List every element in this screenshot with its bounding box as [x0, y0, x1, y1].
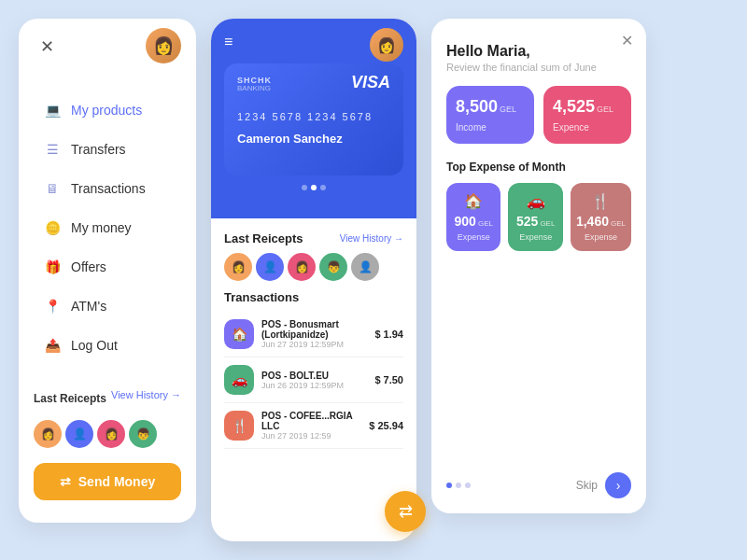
- transaction-amount: $ 1.94: [374, 329, 403, 340]
- pagination-dot[interactable]: [465, 483, 471, 488]
- visa-card: SHCHK BANKING VISA 1234 5678 1234 5678 C…: [224, 63, 403, 175]
- card-dot[interactable]: [302, 185, 307, 190]
- expense-card-home: 🏠 900 GEL Expense: [446, 183, 500, 251]
- income-card: 8,500 GEL Income: [446, 86, 534, 144]
- sidebar-item-atms[interactable]: 📍 ATM's: [34, 289, 181, 323]
- transaction-icon: 🏠: [224, 319, 254, 349]
- receipts-avatars-mid: 👩 👤 👩 👦 👤: [224, 253, 403, 281]
- income-amount: 8,500: [456, 97, 498, 117]
- pagination-dot[interactable]: [446, 483, 452, 488]
- card-dot[interactable]: [320, 185, 326, 190]
- receipt-avatar: 👦: [319, 253, 347, 281]
- my-products-icon: 💻: [43, 101, 62, 119]
- sidebar-item-logout[interactable]: 📤 Log Out: [34, 329, 181, 362]
- expense-value: 1,460: [576, 214, 609, 229]
- transaction-item: 🍴 POS - COFEE...RGIA LLC Jun 27 2019 12:…: [224, 403, 403, 449]
- expense-cards: 🏠 900 GEL Expense 🚗 525 GEL Expense 🍴 1,…: [446, 183, 631, 251]
- close-button[interactable]: ✕: [34, 34, 60, 60]
- skip-area: Skip ›: [576, 472, 631, 498]
- transaction-icon: 🍴: [224, 411, 254, 441]
- sidebar-item-my-money[interactable]: 🪙 My money: [34, 211, 181, 245]
- home-icon: 🏠: [464, 192, 483, 210]
- sidebar-item-transfers[interactable]: ☰ Transfers: [34, 133, 181, 166]
- sidebar-item-offers[interactable]: 🎁 Offers: [34, 250, 181, 284]
- subtext: Review the financial sum of June: [446, 62, 631, 73]
- transaction-name: POS - BOLT.EU: [261, 371, 367, 381]
- right-close-button[interactable]: ✕: [621, 32, 633, 49]
- transaction-item: 🚗 POS - BOLT.EU Jun 26 2019 12:59PM $ 7.…: [224, 357, 403, 403]
- transaction-info: POS - BOLT.EU Jun 26 2019 12:59PM: [261, 371, 367, 390]
- offers-icon: 🎁: [43, 258, 62, 276]
- card-dots: [224, 185, 403, 190]
- view-history-link[interactable]: View History →: [340, 233, 403, 244]
- right-panel: ✕ Hello Maria, Review the financial sum …: [431, 19, 646, 513]
- card-header: ≡ 👩 SHCHK BANKING VISA 1234 5678 1234 56…: [211, 19, 416, 218]
- sidebar-item-label: Offers: [71, 259, 106, 274]
- my-money-icon: 🪙: [43, 218, 62, 237]
- panel-body: Last Reicepts View History → 👩 👤 👩 👦 👤 T…: [211, 218, 416, 541]
- sidebar-item-label: My money: [71, 220, 132, 235]
- last-receipts-label: Last Reicepts: [224, 231, 303, 245]
- receipt-avatar: 👦: [129, 420, 157, 448]
- panel-footer: Skip ›: [446, 457, 631, 498]
- sidebar-item-label: My products: [71, 103, 142, 118]
- card-number: 1234 5678 1234 5678: [237, 111, 390, 122]
- expense-unit: GEL: [540, 219, 555, 228]
- transaction-amount: $ 7.50: [374, 374, 403, 385]
- avatar[interactable]: 👩: [146, 28, 181, 63]
- send-money-icon: ⇄: [60, 474, 71, 489]
- stats-row: 8,500 GEL Income 4,525 GEL Expence: [446, 86, 631, 144]
- fab-button[interactable]: ⇄: [385, 491, 426, 532]
- transaction-icon: 🚗: [224, 365, 254, 395]
- sidebar-item-my-products[interactable]: 💻 My products: [34, 93, 181, 127]
- expense-amount: 4,525: [553, 97, 595, 117]
- food-icon: 🍴: [591, 192, 610, 210]
- receipt-avatar: 👤: [351, 253, 379, 281]
- transaction-amount: $ 25.94: [369, 420, 403, 431]
- expense-unit: GEL: [611, 219, 626, 228]
- expense-card-food: 🍴 1,460 GEL Expense: [571, 183, 631, 251]
- skip-button[interactable]: ›: [605, 472, 631, 498]
- top-expense-title: Top Expense of Month: [446, 161, 631, 174]
- middle-panel-wrapper: ≡ 👩 SHCHK BANKING VISA 1234 5678 1234 56…: [211, 19, 416, 541]
- expense-unit: GEL: [597, 105, 613, 114]
- logout-icon: 📤: [43, 336, 62, 355]
- user-name: Maria,: [487, 43, 530, 59]
- atm-icon: 📍: [43, 297, 62, 315]
- expense-label: Expense: [585, 232, 617, 242]
- sidebar-item-label: Transactions: [71, 181, 146, 196]
- greeting-text: Hello Maria,: [446, 43, 631, 60]
- card-header-avatar[interactable]: 👩: [370, 28, 403, 62]
- expense-value: 900: [455, 214, 476, 229]
- card-dot-active[interactable]: [311, 185, 317, 190]
- expense-label: Expense: [519, 232, 552, 242]
- sidebar-item-transactions[interactable]: 🖥 Transactions: [34, 172, 181, 205]
- transaction-name: POS - Bonusmart (Lortkipanidze): [261, 319, 367, 340]
- visa-logo: VISA: [351, 73, 390, 92]
- send-money-label: Send Money: [78, 474, 155, 489]
- transaction-name: POS - COFEE...RGIA LLC: [261, 411, 361, 431]
- last-receipts-header: Last Reicepts View History →: [34, 377, 181, 413]
- view-history-link[interactable]: View History →: [111, 389, 181, 400]
- transaction-item: 🏠 POS - Bonusmart (Lortkipanidze) Jun 27…: [224, 312, 403, 357]
- transaction-date: Jun 26 2019 12:59PM: [261, 381, 367, 390]
- transfers-icon: ☰: [43, 140, 62, 159]
- skip-label: Skip: [576, 479, 598, 492]
- receipt-avatar: 👩: [34, 420, 62, 448]
- send-money-button[interactable]: ⇄ Send Money: [34, 463, 181, 500]
- receipt-avatar: 👩: [224, 253, 252, 281]
- last-receipts-title: Last Reicepts: [34, 392, 106, 405]
- income-unit: GEL: [500, 105, 516, 114]
- transaction-date: Jun 27 2019 12:59: [261, 431, 361, 441]
- card-holder-name: Cameron Sanchez: [237, 132, 390, 146]
- receipt-avatar: 👤: [65, 420, 93, 448]
- sidebar-item-label: Log Out: [71, 338, 118, 353]
- sidebar-item-label: Transfers: [71, 142, 126, 157]
- receipts-avatars: 👩 👤 👩 👦: [34, 420, 181, 448]
- sidebar-nav: 💻 My products ☰ Transfers 🖥 Transactions…: [34, 93, 181, 362]
- transaction-date: Jun 27 2019 12:59PM: [261, 340, 367, 349]
- income-label: Income: [456, 122, 525, 133]
- expense-label: Expence: [553, 122, 622, 133]
- pagination-dot[interactable]: [456, 483, 461, 488]
- expense-value: 525: [516, 214, 538, 229]
